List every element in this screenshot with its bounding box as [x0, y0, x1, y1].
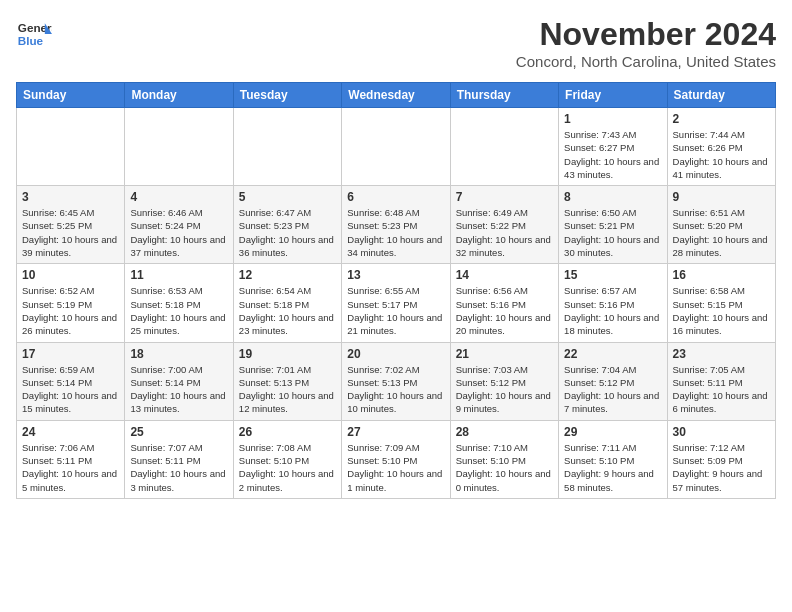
day-cell: 14Sunrise: 6:56 AM Sunset: 5:16 PM Dayli…: [450, 264, 558, 342]
day-info: Sunrise: 6:50 AM Sunset: 5:21 PM Dayligh…: [564, 206, 661, 259]
day-cell: 6Sunrise: 6:48 AM Sunset: 5:23 PM Daylig…: [342, 186, 450, 264]
title-area: November 2024 Concord, North Carolina, U…: [516, 16, 776, 70]
day-cell: 22Sunrise: 7:04 AM Sunset: 5:12 PM Dayli…: [559, 342, 667, 420]
day-number: 22: [564, 347, 661, 361]
day-info: Sunrise: 6:55 AM Sunset: 5:17 PM Dayligh…: [347, 284, 444, 337]
day-header-saturday: Saturday: [667, 83, 775, 108]
day-cell: 5Sunrise: 6:47 AM Sunset: 5:23 PM Daylig…: [233, 186, 341, 264]
day-info: Sunrise: 7:03 AM Sunset: 5:12 PM Dayligh…: [456, 363, 553, 416]
day-info: Sunrise: 7:04 AM Sunset: 5:12 PM Dayligh…: [564, 363, 661, 416]
day-info: Sunrise: 7:00 AM Sunset: 5:14 PM Dayligh…: [130, 363, 227, 416]
week-row-1: 1Sunrise: 7:43 AM Sunset: 6:27 PM Daylig…: [17, 108, 776, 186]
day-cell: 12Sunrise: 6:54 AM Sunset: 5:18 PM Dayli…: [233, 264, 341, 342]
day-number: 5: [239, 190, 336, 204]
day-cell: [450, 108, 558, 186]
header-row: SundayMondayTuesdayWednesdayThursdayFrid…: [17, 83, 776, 108]
day-number: 18: [130, 347, 227, 361]
day-cell: 21Sunrise: 7:03 AM Sunset: 5:12 PM Dayli…: [450, 342, 558, 420]
day-cell: 26Sunrise: 7:08 AM Sunset: 5:10 PM Dayli…: [233, 420, 341, 498]
day-header-sunday: Sunday: [17, 83, 125, 108]
day-number: 13: [347, 268, 444, 282]
day-info: Sunrise: 7:07 AM Sunset: 5:11 PM Dayligh…: [130, 441, 227, 494]
day-cell: [17, 108, 125, 186]
logo-icon: General Blue: [16, 16, 52, 52]
day-cell: 28Sunrise: 7:10 AM Sunset: 5:10 PM Dayli…: [450, 420, 558, 498]
day-header-wednesday: Wednesday: [342, 83, 450, 108]
day-cell: 7Sunrise: 6:49 AM Sunset: 5:22 PM Daylig…: [450, 186, 558, 264]
day-info: Sunrise: 6:56 AM Sunset: 5:16 PM Dayligh…: [456, 284, 553, 337]
day-number: 24: [22, 425, 119, 439]
day-number: 6: [347, 190, 444, 204]
day-info: Sunrise: 6:47 AM Sunset: 5:23 PM Dayligh…: [239, 206, 336, 259]
day-number: 7: [456, 190, 553, 204]
day-info: Sunrise: 6:49 AM Sunset: 5:22 PM Dayligh…: [456, 206, 553, 259]
day-cell: 2Sunrise: 7:44 AM Sunset: 6:26 PM Daylig…: [667, 108, 775, 186]
day-number: 30: [673, 425, 770, 439]
day-cell: 3Sunrise: 6:45 AM Sunset: 5:25 PM Daylig…: [17, 186, 125, 264]
day-cell: 18Sunrise: 7:00 AM Sunset: 5:14 PM Dayli…: [125, 342, 233, 420]
day-info: Sunrise: 6:58 AM Sunset: 5:15 PM Dayligh…: [673, 284, 770, 337]
day-number: 2: [673, 112, 770, 126]
day-cell: 13Sunrise: 6:55 AM Sunset: 5:17 PM Dayli…: [342, 264, 450, 342]
day-info: Sunrise: 7:12 AM Sunset: 5:09 PM Dayligh…: [673, 441, 770, 494]
day-number: 12: [239, 268, 336, 282]
day-cell: 23Sunrise: 7:05 AM Sunset: 5:11 PM Dayli…: [667, 342, 775, 420]
day-cell: 4Sunrise: 6:46 AM Sunset: 5:24 PM Daylig…: [125, 186, 233, 264]
week-row-3: 10Sunrise: 6:52 AM Sunset: 5:19 PM Dayli…: [17, 264, 776, 342]
day-number: 14: [456, 268, 553, 282]
day-info: Sunrise: 6:53 AM Sunset: 5:18 PM Dayligh…: [130, 284, 227, 337]
day-cell: 16Sunrise: 6:58 AM Sunset: 5:15 PM Dayli…: [667, 264, 775, 342]
day-info: Sunrise: 6:52 AM Sunset: 5:19 PM Dayligh…: [22, 284, 119, 337]
day-number: 20: [347, 347, 444, 361]
day-info: Sunrise: 6:48 AM Sunset: 5:23 PM Dayligh…: [347, 206, 444, 259]
day-number: 23: [673, 347, 770, 361]
day-number: 17: [22, 347, 119, 361]
day-number: 1: [564, 112, 661, 126]
day-number: 25: [130, 425, 227, 439]
day-cell: [233, 108, 341, 186]
day-cell: 30Sunrise: 7:12 AM Sunset: 5:09 PM Dayli…: [667, 420, 775, 498]
week-row-2: 3Sunrise: 6:45 AM Sunset: 5:25 PM Daylig…: [17, 186, 776, 264]
day-number: 21: [456, 347, 553, 361]
day-cell: 1Sunrise: 7:43 AM Sunset: 6:27 PM Daylig…: [559, 108, 667, 186]
month-title: November 2024: [516, 16, 776, 53]
day-cell: 20Sunrise: 7:02 AM Sunset: 5:13 PM Dayli…: [342, 342, 450, 420]
day-header-friday: Friday: [559, 83, 667, 108]
day-cell: [342, 108, 450, 186]
day-cell: 11Sunrise: 6:53 AM Sunset: 5:18 PM Dayli…: [125, 264, 233, 342]
day-number: 15: [564, 268, 661, 282]
location-title: Concord, North Carolina, United States: [516, 53, 776, 70]
day-info: Sunrise: 6:51 AM Sunset: 5:20 PM Dayligh…: [673, 206, 770, 259]
day-number: 27: [347, 425, 444, 439]
day-info: Sunrise: 6:54 AM Sunset: 5:18 PM Dayligh…: [239, 284, 336, 337]
day-info: Sunrise: 7:02 AM Sunset: 5:13 PM Dayligh…: [347, 363, 444, 416]
day-cell: 17Sunrise: 6:59 AM Sunset: 5:14 PM Dayli…: [17, 342, 125, 420]
week-row-5: 24Sunrise: 7:06 AM Sunset: 5:11 PM Dayli…: [17, 420, 776, 498]
svg-text:Blue: Blue: [18, 34, 44, 47]
day-number: 8: [564, 190, 661, 204]
day-number: 10: [22, 268, 119, 282]
day-info: Sunrise: 7:09 AM Sunset: 5:10 PM Dayligh…: [347, 441, 444, 494]
day-info: Sunrise: 6:45 AM Sunset: 5:25 PM Dayligh…: [22, 206, 119, 259]
day-info: Sunrise: 7:44 AM Sunset: 6:26 PM Dayligh…: [673, 128, 770, 181]
day-info: Sunrise: 7:06 AM Sunset: 5:11 PM Dayligh…: [22, 441, 119, 494]
day-number: 11: [130, 268, 227, 282]
day-cell: [125, 108, 233, 186]
day-number: 29: [564, 425, 661, 439]
day-header-tuesday: Tuesday: [233, 83, 341, 108]
day-info: Sunrise: 7:43 AM Sunset: 6:27 PM Dayligh…: [564, 128, 661, 181]
day-cell: 25Sunrise: 7:07 AM Sunset: 5:11 PM Dayli…: [125, 420, 233, 498]
day-number: 9: [673, 190, 770, 204]
day-info: Sunrise: 6:57 AM Sunset: 5:16 PM Dayligh…: [564, 284, 661, 337]
day-info: Sunrise: 7:11 AM Sunset: 5:10 PM Dayligh…: [564, 441, 661, 494]
day-header-monday: Monday: [125, 83, 233, 108]
day-number: 3: [22, 190, 119, 204]
day-number: 26: [239, 425, 336, 439]
day-number: 28: [456, 425, 553, 439]
day-cell: 24Sunrise: 7:06 AM Sunset: 5:11 PM Dayli…: [17, 420, 125, 498]
day-number: 19: [239, 347, 336, 361]
day-cell: 15Sunrise: 6:57 AM Sunset: 5:16 PM Dayli…: [559, 264, 667, 342]
day-cell: 10Sunrise: 6:52 AM Sunset: 5:19 PM Dayli…: [17, 264, 125, 342]
day-cell: 19Sunrise: 7:01 AM Sunset: 5:13 PM Dayli…: [233, 342, 341, 420]
week-row-4: 17Sunrise: 6:59 AM Sunset: 5:14 PM Dayli…: [17, 342, 776, 420]
